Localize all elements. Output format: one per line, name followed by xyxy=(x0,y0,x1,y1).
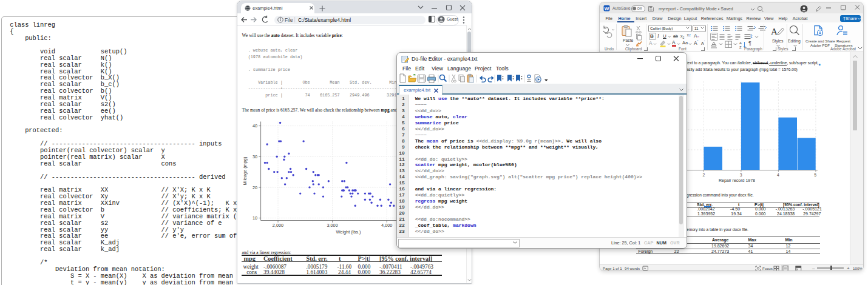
svg-text:A: A xyxy=(739,41,742,45)
svg-text:A: A xyxy=(771,27,778,36)
svg-text:30: 30 xyxy=(253,154,257,159)
svg-text:40: 40 xyxy=(253,123,257,129)
svg-text:10: 10 xyxy=(253,215,257,221)
svg-text:2: 2 xyxy=(703,173,705,177)
svg-text:example4.html: example4.html xyxy=(253,5,283,11)
svg-text:Weight (lbs.): Weight (lbs.) xyxy=(336,229,361,235)
svg-text:Repair record 1978: Repair record 1978 xyxy=(719,178,755,183)
svg-text:2,000: 2,000 xyxy=(273,223,283,228)
svg-text:Z: Z xyxy=(739,45,742,49)
svg-text:Mileage (mpg): Mileage (mpg) xyxy=(242,157,248,186)
svg-text:20: 20 xyxy=(253,185,257,190)
svg-text:4,000: 4,000 xyxy=(381,223,392,228)
svg-text:4: 4 xyxy=(777,173,779,177)
svg-text:5: 5 xyxy=(814,173,816,177)
svg-text:3,000: 3,000 xyxy=(327,223,337,228)
svg-text:W: W xyxy=(605,6,609,12)
svg-text:3: 3 xyxy=(740,173,742,177)
